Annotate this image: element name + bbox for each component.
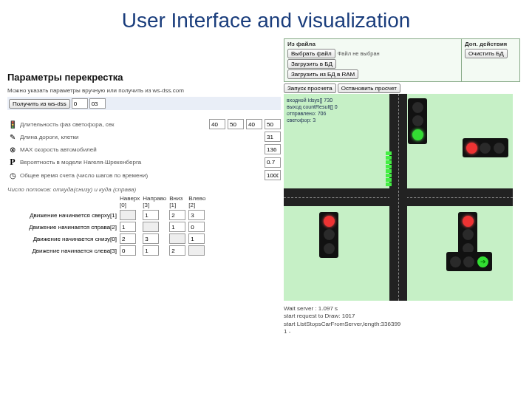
param-row: ✎Длина дороги, клетки — [7, 132, 281, 142]
param-label: Вероятность в модели Нагеля-Шрекенберга — [20, 159, 262, 166]
load-ram-button[interactable]: Загрузить из БД в RAM — [287, 69, 358, 79]
clear-db-button[interactable]: Очистить БД — [465, 49, 508, 58]
lamp-off — [412, 115, 423, 126]
viz-panel: Из файла Выбрать файл Файл не выбран Заг… — [284, 38, 520, 336]
file-left-title: Из файла — [287, 41, 458, 47]
flow-row-label: Движение начинается слева[3] — [7, 245, 118, 256]
stop-sim-button[interactable]: Остановить просчет — [338, 83, 400, 93]
file-left: Из файла Выбрать файл Файл не выбран Заг… — [284, 39, 462, 81]
param-input[interactable] — [265, 119, 281, 129]
lamp-green-arrow: ➔ — [477, 256, 488, 267]
param-input[interactable] — [265, 170, 281, 180]
lamp-off — [324, 243, 335, 254]
stat-line: входной idsys[] 730 — [287, 97, 338, 103]
flow-row-label: Движение начинается справа[2] — [7, 221, 118, 233]
pencil-icon: ✎ — [7, 133, 18, 141]
params-panel: Параметры перекрестка Можно указать пара… — [7, 38, 281, 336]
flow-row-label: Движение начинается сверху[1] — [7, 209, 118, 221]
lamp-off — [450, 256, 461, 267]
P-icon: P — [7, 157, 18, 168]
flow-header: Влево[2] — [187, 194, 207, 209]
flow-input — [188, 245, 205, 256]
stat-line: выход countResult[] 0 — [287, 103, 338, 110]
fetch-button[interactable]: Получить из ws-dss — [9, 99, 70, 109]
params-sub: Можно указать параметры вручную или полу… — [7, 87, 281, 94]
params-heading: Параметры перекрестка — [7, 38, 281, 87]
flow-input[interactable] — [143, 245, 159, 256]
lamp-off — [480, 143, 491, 154]
clock-icon: ◷ — [7, 171, 18, 180]
flow-input[interactable] — [120, 222, 136, 232]
flows-table: Наверх[0]Направо[3]Вниз[1]Влево[2] Движе… — [7, 194, 207, 256]
flow-input — [143, 222, 159, 232]
param-label: Длина дороги, клетки — [20, 134, 262, 140]
flow-input[interactable] — [143, 210, 159, 220]
status-line: Wait server : 1.097 s — [284, 305, 520, 313]
fetch-input-1[interactable] — [72, 98, 88, 109]
status-line: start ListStopsCarFromServer,length:3363… — [284, 321, 520, 328]
param-label: Длительность фаз светофора, сек — [20, 121, 207, 128]
param-input[interactable] — [209, 119, 225, 129]
traffic-icon: 🚦 — [7, 120, 18, 129]
flow-row: Движение начинается слева[3] — [7, 245, 207, 256]
flow-input[interactable] — [120, 233, 136, 244]
lamp-off — [324, 229, 335, 240]
flow-input[interactable] — [169, 245, 185, 256]
param-input[interactable] — [265, 157, 281, 168]
flow-input[interactable] — [169, 222, 185, 232]
param-input[interactable] — [265, 144, 281, 154]
traffic-light-top — [408, 98, 427, 144]
fetch-input-2[interactable] — [89, 98, 106, 109]
flow-input[interactable] — [188, 233, 205, 244]
circle-x-icon: ⊗ — [7, 146, 18, 154]
flows-subtitle: Число потоков: откуда(снизу) и куда (спр… — [7, 186, 281, 193]
fetch-row: Получить из ws-dss — [7, 97, 281, 110]
flow-input — [120, 210, 136, 220]
load-db-button[interactable]: Загрузить в БД — [287, 59, 336, 69]
lamp-red — [466, 143, 477, 154]
flow-input[interactable] — [188, 210, 205, 220]
sim-stats: входной idsys[] 730 выход countResult[] … — [287, 97, 338, 123]
car-queue — [386, 151, 392, 186]
sim-canvas: входной idsys[] 730 выход countResult[] … — [284, 94, 513, 301]
param-row: ⊗MAX скорость автомобилей — [7, 144, 281, 154]
flow-input[interactable] — [143, 233, 159, 244]
file-panel: Из файла Выбрать файл Файл не выбран Заг… — [284, 38, 520, 82]
lamp-green — [412, 129, 423, 140]
param-input[interactable] — [228, 119, 244, 129]
param-input[interactable] — [246, 119, 262, 129]
status-text: Wait server : 1.097 s start request to D… — [284, 305, 520, 336]
flow-row: Движение начинается снизу[0] — [7, 233, 207, 245]
flow-header: Наверх[0] — [118, 194, 141, 209]
choose-file-button[interactable]: Выбрать файл — [287, 49, 335, 58]
flow-input — [169, 233, 185, 244]
no-file-label: Файл не выбран — [338, 50, 380, 57]
flow-input[interactable] — [120, 245, 136, 256]
lamp-off — [412, 102, 423, 113]
stat-line: отправлено: 706 — [287, 110, 338, 117]
traffic-light-right — [458, 212, 477, 258]
flow-header: Направо[3] — [141, 194, 168, 209]
flow-row: Движение начинается сверху[1] — [7, 209, 207, 221]
traffic-light-right-top — [463, 138, 508, 157]
param-row: ◷Общее время счета (число шагов по време… — [7, 170, 281, 180]
status-line: 1 - — [284, 328, 520, 335]
param-input[interactable] — [265, 132, 281, 142]
param-label: MAX скорость автомобилей — [20, 146, 262, 153]
page-title: User Interface and visualization — [0, 0, 532, 38]
lamp-off — [463, 256, 474, 267]
flow-input[interactable] — [188, 222, 205, 232]
lamp-off — [463, 229, 474, 240]
lamp-red — [463, 216, 474, 227]
file-right: Доп. действия Очистить БД — [462, 39, 519, 81]
traffic-light-bottom-right: ➔ — [446, 252, 492, 271]
flow-row-label: Движение начинается снизу[0] — [7, 233, 118, 245]
param-row: 🚦Длительность фаз светофора, сек — [7, 119, 281, 129]
road-vertical — [389, 94, 407, 301]
stat-line: светофор: 3 — [287, 117, 338, 123]
file-right-title: Доп. действия — [465, 41, 516, 47]
flow-input[interactable] — [169, 210, 185, 220]
start-sim-button[interactable]: Запуск просчета — [284, 83, 336, 93]
traffic-light-left — [319, 212, 338, 258]
param-label: Общее время счета (число шагов по времен… — [20, 172, 262, 179]
